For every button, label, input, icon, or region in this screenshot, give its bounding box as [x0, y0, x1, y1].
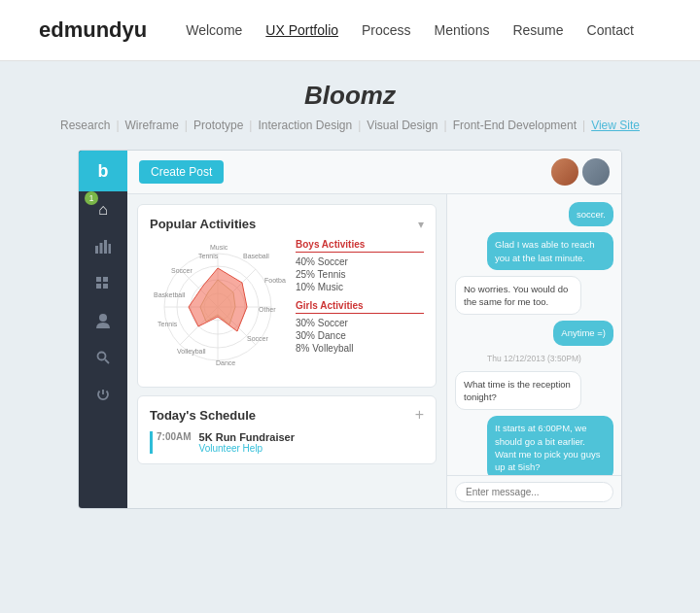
nav-item-welcome[interactable]: Welcome	[186, 21, 242, 39]
sidebar-icon-search[interactable]	[79, 339, 127, 376]
avatar-group	[551, 158, 610, 186]
view-site-link[interactable]: View Site	[591, 119, 640, 132]
project-title: Bloomz	[304, 81, 396, 111]
card-header: Popular Activities ▾	[150, 217, 424, 231]
main-content: Create Post Popular Activities ▾	[127, 151, 621, 508]
svg-line-10	[105, 359, 109, 363]
columns: Popular Activities ▾	[127, 194, 621, 508]
left-column: Popular Activities ▾	[127, 194, 446, 508]
girls-stats-section: Girls Activities 30% Soccer 30% Dance 8%…	[296, 300, 424, 354]
schedule-event: 7:00AM 5K Run Fundraiser Volunteer Help	[150, 431, 424, 454]
breadcrumb-prototype: Prototype	[193, 119, 243, 132]
create-post-button[interactable]: Create Post	[139, 160, 224, 184]
schedule-card: Today's Schedule + 7:00AM 5K Run Fundrai…	[137, 395, 437, 464]
page-content: Bloomz Research | Wireframe | Prototype …	[0, 61, 700, 613]
nav-item-contact[interactable]: Contact	[587, 21, 634, 39]
girls-section-title: Girls Activities	[296, 300, 424, 314]
chat-input[interactable]	[455, 482, 613, 502]
svg-rect-4	[96, 277, 101, 282]
chat-timestamp: Thu 12/12/2013 (3:50PM)	[455, 354, 613, 363]
chat-messages: soccer. Glad I was able to reach you at …	[447, 194, 621, 475]
avatar-male	[582, 158, 610, 186]
app-topbar: Create Post	[127, 151, 621, 194]
svg-text:Music: Music	[210, 244, 228, 251]
sidebar: b 1 ⌂	[79, 151, 127, 508]
chat-message-3: Anytime =)	[553, 321, 613, 345]
svg-text:Basketball: Basketball	[154, 291, 186, 298]
girls-stat-1: 30% Dance	[296, 330, 424, 341]
brand-name: edmundyu	[39, 17, 147, 43]
event-sub: Volunteer Help	[199, 443, 295, 454]
app-mockup: b 1 ⌂ Create Post	[78, 150, 622, 509]
sidebar-badge: 1	[85, 191, 98, 205]
svg-rect-5	[103, 277, 108, 282]
activities-content: Music Baseball Football Other Soccer Dan…	[150, 239, 424, 375]
svg-text:Volleyball: Volleyball	[177, 348, 206, 356]
svg-point-9	[98, 353, 106, 360]
chat-message-5: What time is the reception tonight?	[455, 371, 581, 411]
breadcrumb-interaction-design: Interaction Design	[258, 119, 352, 132]
sidebar-logo: b	[79, 151, 127, 191]
schedule-header: Today's Schedule +	[150, 406, 424, 424]
svg-text:Soccer: Soccer	[171, 267, 192, 274]
radar-chart: Music Baseball Football Other Soccer Dan…	[150, 239, 286, 375]
chat-message-6: It starts at 6:00PM, we should go a bit …	[487, 416, 613, 475]
breadcrumb-visual-design: Visual Design	[367, 119, 438, 132]
breadcrumb-frontend: Front-End Development	[453, 119, 577, 132]
chevron-down-icon[interactable]: ▾	[418, 218, 424, 231]
svg-text:Tennis: Tennis	[198, 253, 219, 259]
svg-rect-1	[100, 243, 103, 254]
svg-point-8	[99, 314, 107, 322]
schedule-title: Today's Schedule	[150, 408, 256, 423]
sidebar-icon-user[interactable]	[79, 302, 127, 339]
nav-item-process[interactable]: Process	[362, 21, 411, 39]
svg-rect-3	[109, 244, 112, 254]
svg-text:Tennis: Tennis	[158, 321, 178, 327]
svg-text:Other: Other	[259, 306, 276, 313]
svg-rect-0	[95, 246, 98, 254]
nav-item-resume[interactable]: Resume	[512, 21, 563, 39]
popular-activities-card: Popular Activities ▾	[137, 204, 437, 388]
girls-stat-2: 8% Volleyball	[296, 343, 424, 354]
girls-stat-0: 30% Soccer	[296, 318, 424, 328]
sidebar-icon-grid[interactable]	[79, 265, 127, 302]
svg-text:Baseball: Baseball	[243, 253, 269, 259]
boys-stats-section: Boys Activities 40% Soccer 25% Tennis 10…	[296, 239, 424, 292]
svg-rect-6	[96, 284, 101, 289]
avatar-female	[551, 158, 578, 186]
sidebar-icon-power[interactable]	[79, 376, 127, 413]
event-name: 5K Run Fundraiser	[199, 431, 295, 443]
chat-panel: soccer. Glad I was able to reach you at …	[446, 194, 621, 508]
breadcrumb-research: Research	[60, 119, 110, 132]
boys-stat-0: 40% Soccer	[296, 256, 424, 267]
svg-text:Dance: Dance	[216, 359, 235, 366]
card-title: Popular Activities	[150, 217, 256, 231]
sidebar-icon-chart[interactable]	[79, 228, 127, 265]
nav-links: Welcome UX Portfolio Process Mentions Re…	[186, 21, 634, 39]
svg-text:Football: Football	[264, 277, 286, 284]
activities-stats: Boys Activities 40% Soccer 25% Tennis 10…	[296, 239, 424, 375]
chat-message-1: Glad I was able to reach you at the last…	[487, 232, 613, 270]
add-event-button[interactable]: +	[415, 406, 424, 424]
breadcrumb: Research | Wireframe | Prototype | Inter…	[60, 119, 640, 132]
breadcrumb-wireframe: Wireframe	[125, 119, 179, 132]
nav-item-mentions[interactable]: Mentions	[435, 21, 490, 39]
svg-rect-2	[104, 240, 107, 254]
nav-item-ux-portfolio[interactable]: UX Portfolio	[265, 21, 338, 39]
svg-rect-7	[103, 284, 108, 289]
chat-message-0: soccer.	[569, 202, 613, 226]
event-time: 7:00AM	[157, 431, 192, 442]
chat-message-2: No worries. You would do the same for me…	[455, 276, 581, 316]
top-nav: edmundyu Welcome UX Portfolio Process Me…	[0, 0, 700, 61]
chat-input-bar	[447, 475, 621, 508]
boys-section-title: Boys Activities	[296, 239, 424, 253]
boys-stat-1: 25% Tennis	[296, 269, 424, 280]
boys-stat-2: 10% Music	[296, 282, 424, 292]
svg-text:Soccer: Soccer	[247, 335, 268, 342]
